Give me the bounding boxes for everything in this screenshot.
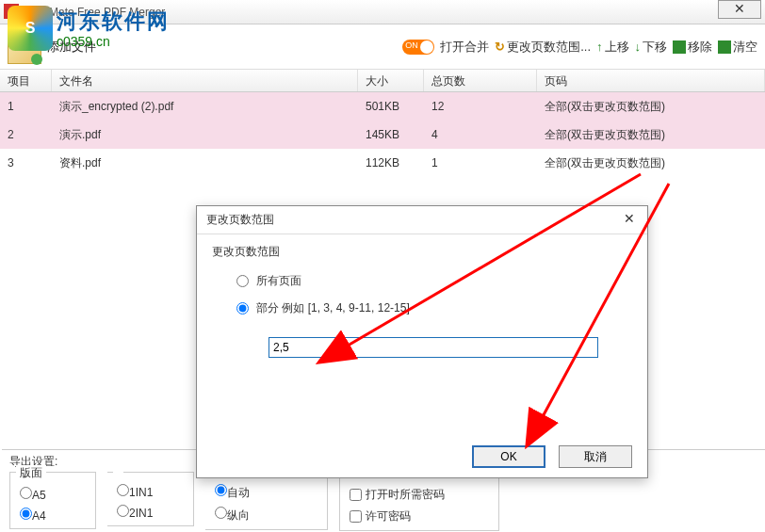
th-filename[interactable]: 文件名 <box>52 70 358 91</box>
change-range-button[interactable]: ↻ 更改页数范围... <box>495 39 591 56</box>
th-size[interactable]: 大小 <box>358 70 424 91</box>
radio-all-input[interactable] <box>236 275 249 287</box>
radio-partial-pages[interactable]: 部分 例如 [1, 3, 4, 9-11, 12-15] <box>236 300 632 316</box>
main-toolbar: 添加文件 打开合并 ↻ 更改页数范围... ↑ 上移 ↓ 下移 移除 清空 <box>0 24 765 70</box>
check-permission-password[interactable]: 许可密码 <box>350 508 489 524</box>
check-open-password[interactable]: 打开时所需密码 <box>350 487 489 503</box>
nin-group: 1IN1 2IN1 <box>107 472 194 526</box>
open-merge-toggle[interactable] <box>402 40 434 55</box>
radio-all-pages[interactable]: 所有页面 <box>236 273 632 289</box>
th-pages[interactable]: 总页数 <box>424 70 537 91</box>
clear-button[interactable]: 清空 <box>718 39 757 56</box>
open-merge-label[interactable]: 打开合并 <box>440 39 489 56</box>
security-group: 安全 打开时所需密码 许可密码 <box>339 472 499 531</box>
move-down-button[interactable]: ↓ 下移 <box>635 39 668 56</box>
file-table-body: 1 演示_encrypted (2).pdf 501KB 12 全部(双击更改页… <box>0 92 765 177</box>
cancel-button[interactable]: 取消 <box>559 445 632 468</box>
arrow-up-icon: ↑ <box>596 40 603 54</box>
orientation-group: 自动 纵向 <box>205 472 328 530</box>
window-title: PDFMate Free PDF Merger <box>26 6 165 19</box>
paper-size-group: 版面 A5 A4 <box>9 472 96 529</box>
trash-icon <box>718 40 731 54</box>
window-titlebar: PDFMate Free PDF Merger ✕ <box>0 0 765 24</box>
radio-a5[interactable]: A5 <box>20 487 86 502</box>
ok-button[interactable]: OK <box>472 445 545 468</box>
radio-partial-input[interactable] <box>236 302 249 314</box>
app-icon <box>4 4 19 19</box>
move-up-button[interactable]: ↑ 上移 <box>596 39 629 56</box>
table-row[interactable]: 2 演示.pdf 145KB 4 全部(双击更改页数范围) <box>0 121 765 149</box>
close-icon[interactable]: ✕ <box>617 211 642 230</box>
dialog-title: 更改页数范围 <box>197 206 647 234</box>
refresh-icon: ↻ <box>495 40 505 54</box>
table-row[interactable]: 1 演示_encrypted (2).pdf 501KB 12 全部(双击更改页… <box>0 92 765 121</box>
radio-auto[interactable]: 自动 <box>215 484 317 501</box>
th-range[interactable]: 页码 <box>537 70 765 91</box>
add-file-button[interactable]: 添加文件 <box>47 39 96 56</box>
radio-a4[interactable]: A4 <box>20 508 86 523</box>
page-range-input[interactable] <box>269 337 598 358</box>
file-table-header: 项目 文件名 大小 总页数 页码 <box>0 70 765 92</box>
radio-portrait[interactable]: 纵向 <box>215 507 317 524</box>
radio-1in1[interactable]: 1IN1 <box>117 484 184 499</box>
table-row[interactable]: 3 资料.pdf 112KB 1 全部(双击更改页数范围) <box>0 149 765 177</box>
remove-button[interactable]: 移除 <box>673 39 712 56</box>
radio-2in1[interactable]: 2IN1 <box>117 505 184 520</box>
layout-group-label: 版面 <box>16 465 46 481</box>
close-window-button[interactable]: ✕ <box>718 0 761 19</box>
dialog-section-label: 更改页数范围 <box>212 244 632 260</box>
th-index[interactable]: 项目 <box>0 70 52 91</box>
recycle-icon <box>673 40 686 54</box>
arrow-down-icon: ↓ <box>635 40 642 54</box>
change-range-dialog: 更改页数范围 ✕ 更改页数范围 所有页面 部分 例如 [1, 3, 4, 9-1… <box>196 205 648 478</box>
add-file-icon[interactable] <box>8 30 41 64</box>
